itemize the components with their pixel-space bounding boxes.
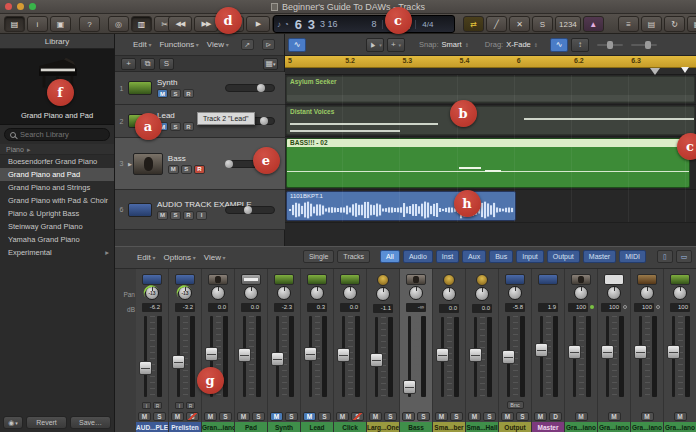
filter-aux-button[interactable]: Aux xyxy=(462,250,486,263)
volume-db-value[interactable]: 100 xyxy=(568,303,588,312)
track-i-button[interactable]: I xyxy=(196,211,207,220)
channel-name[interactable]: Output xyxy=(499,422,531,432)
bar-ruler[interactable] xyxy=(285,68,696,75)
channel-strip-sma-hall[interactable]: 0.0MSSma...Hall xyxy=(466,269,499,432)
fader-handle[interactable] xyxy=(469,348,482,362)
filter-midi-button[interactable]: MIDI xyxy=(619,250,646,263)
midi-catch-button[interactable]: ∿ xyxy=(288,38,306,52)
track-s-button[interactable]: S xyxy=(181,165,192,174)
list-editors-button[interactable]: ≡ xyxy=(618,16,639,32)
channel-name[interactable]: AUD...PLE xyxy=(136,422,168,432)
mixer-menu-view[interactable]: View xyxy=(204,253,226,262)
track-header-synth[interactable]: 1SynthMSR xyxy=(115,72,285,105)
channel-m-button[interactable]: M xyxy=(435,412,448,421)
channel-strip-larg-one[interactable]: -1.1MSLarg...One xyxy=(367,269,400,432)
channel-name[interactable]: Larg...One xyxy=(367,422,399,432)
channel-strip-gran-iano[interactable]: 0.0MSGran...iano xyxy=(202,269,235,432)
inspector-toggle-button[interactable]: i xyxy=(27,16,48,32)
pan-knob[interactable]: -13 xyxy=(178,286,192,300)
track-menu-view[interactable]: View xyxy=(207,40,229,49)
library-breadcrumb[interactable]: Piano xyxy=(0,144,114,155)
library-item[interactable]: Piano & Upright Bass xyxy=(0,207,114,220)
fader-handle[interactable] xyxy=(139,361,152,375)
channel-m-button[interactable]: M xyxy=(171,412,184,421)
library-item[interactable]: Grand Piano with Pad & Choir xyxy=(0,194,114,207)
track-m-button[interactable]: M xyxy=(168,165,179,174)
disclosure-triangle-icon[interactable]: ▶ xyxy=(128,161,132,167)
channel-strip-sma-ber[interactable]: 0.0MSSma...ber xyxy=(433,269,466,432)
pan-knob[interactable] xyxy=(442,287,456,301)
slider-thumb[interactable] xyxy=(225,160,233,168)
pan-knob[interactable] xyxy=(211,286,225,300)
lcd-display[interactable]: ♪ ◔ 6 3 3 16 8 C maj 4/4 xyxy=(273,15,455,33)
channel-strip-pad[interactable]: 0.0MSPad xyxy=(235,269,268,432)
add-track-button[interactable]: + xyxy=(121,58,136,70)
mixer-view-single-button[interactable]: Single xyxy=(303,250,334,263)
library-item[interactable]: Grand Piano and Strings xyxy=(0,181,114,194)
channel-name[interactable]: Gran...iano xyxy=(202,422,234,432)
channel-d-button[interactable]: D xyxy=(549,412,562,421)
fader-handle[interactable] xyxy=(667,345,680,359)
track-volume-slider[interactable] xyxy=(225,84,275,92)
pan-knob[interactable] xyxy=(310,286,324,300)
duplicate-track-button[interactable]: ⧉ xyxy=(140,58,155,70)
snap-value[interactable]: Smart xyxy=(442,40,462,49)
channel-strip-master[interactable]: 1.9MDMaster xyxy=(532,269,565,432)
channel-s-button[interactable]: S xyxy=(483,412,496,421)
bounce-button[interactable]: Bnc xyxy=(507,401,524,409)
pan-knob[interactable] xyxy=(640,286,654,300)
cycle-button[interactable]: ⇄ xyxy=(463,16,484,32)
channel-s-button[interactable]: S xyxy=(219,412,232,421)
channel-s-button[interactable]: S xyxy=(252,412,265,421)
channel-strip-gra-iano[interactable]: 100MGra...iano xyxy=(565,269,598,432)
input-monitor-record-button[interactable]: I xyxy=(142,402,151,409)
channel-m-button[interactable]: M xyxy=(138,412,151,421)
fader-handle[interactable] xyxy=(436,348,449,362)
track-m-button[interactable]: M xyxy=(157,211,168,220)
volume-db-value[interactable]: -6.2 xyxy=(142,303,162,312)
channel-name[interactable]: Lead xyxy=(301,422,333,432)
channel-m-button[interactable]: M xyxy=(336,412,349,421)
volume-db-value[interactable]: 0.3 xyxy=(307,303,327,312)
channel-name[interactable]: Gra...iano xyxy=(664,422,696,432)
replace-button[interactable]: ✕ xyxy=(509,16,530,32)
solo-button[interactable]: S xyxy=(532,16,553,32)
channel-m-button[interactable]: M xyxy=(641,412,654,421)
channel-name[interactable]: Master xyxy=(532,422,564,432)
mixer-view-tracks-button[interactable]: Tracks xyxy=(337,250,370,263)
filter-output-button[interactable]: Output xyxy=(547,250,580,263)
channel-s-button[interactable]: S xyxy=(516,412,529,421)
channel-s-button[interactable]: S xyxy=(351,412,364,421)
mixer-narrow-view-button[interactable]: ▯ xyxy=(657,250,673,263)
pointer-tool-button[interactable]: ▲▾ xyxy=(366,38,384,52)
pan-knob[interactable] xyxy=(277,286,291,300)
fader-handle[interactable] xyxy=(337,348,350,362)
filter-all-button[interactable]: All xyxy=(380,250,400,263)
save-button[interactable]: Save… xyxy=(70,416,111,429)
channel-strip-output[interactable]: -5.8BncMSOutput xyxy=(499,269,532,432)
track-s-button[interactable]: S xyxy=(170,122,181,131)
track-solo-button[interactable]: S xyxy=(159,58,174,70)
track-r-button[interactable]: R xyxy=(183,122,194,131)
track-m-button[interactable]: M xyxy=(157,89,168,98)
filter-audio-button[interactable]: Audio xyxy=(403,250,433,263)
pan-knob[interactable] xyxy=(475,287,489,301)
pan-knob[interactable] xyxy=(673,286,687,300)
volume-db-value[interactable]: 0.0 xyxy=(439,304,459,313)
media-browser-button[interactable]: ▦ xyxy=(687,16,696,32)
ruler-end-marker[interactable] xyxy=(681,67,689,73)
channel-m-button[interactable]: M xyxy=(303,412,316,421)
volume-db-value[interactable]: -3.2 xyxy=(175,303,195,312)
transport-rewind-button[interactable]: ◀◀ xyxy=(168,16,192,32)
drag-value[interactable]: X-Fade xyxy=(506,40,531,49)
slider-handle[interactable] xyxy=(645,41,651,49)
library-item[interactable]: Yamaha Grand Piano xyxy=(0,233,114,246)
fader-handle[interactable] xyxy=(370,353,383,367)
volume-db-value[interactable]: 0.0 xyxy=(208,303,228,312)
volume-db-value[interactable]: 0.0 xyxy=(472,304,492,313)
volume-db-value[interactable]: 100 xyxy=(670,303,690,312)
mixer-wide-view-button[interactable]: ▭ xyxy=(676,250,692,263)
channel-name[interactable]: Sma...Hall xyxy=(466,422,498,432)
automation-button[interactable]: ↗ xyxy=(241,39,254,50)
track-s-button[interactable]: S xyxy=(170,211,181,220)
